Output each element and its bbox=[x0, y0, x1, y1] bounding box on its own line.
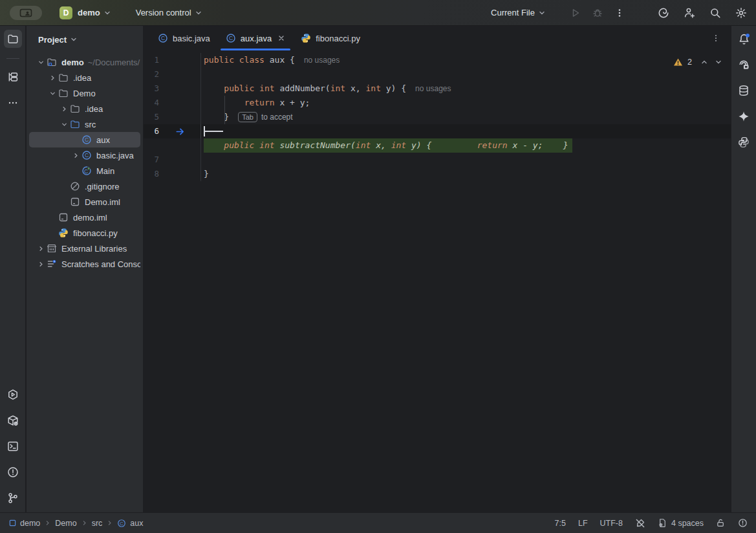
status-bar: demo Demo src C aux 7:5 LF UTF-8 4 space… bbox=[0, 512, 756, 533]
previous-problem-button[interactable] bbox=[698, 56, 710, 68]
project-widget[interactable]: demo bbox=[72, 8, 111, 17]
breadcrumb-src[interactable]: src bbox=[92, 519, 103, 528]
tree-item-demo-iml[interactable]: Demo.iml bbox=[29, 194, 140, 210]
breadcrumb-demo[interactable]: demo bbox=[9, 519, 40, 528]
module-file-icon bbox=[70, 197, 80, 207]
problems-tool-button[interactable] bbox=[4, 463, 22, 481]
line-number[interactable]: 2 bbox=[144, 67, 159, 82]
play-icon bbox=[570, 8, 581, 18]
terminal-tool-button[interactable] bbox=[4, 437, 22, 455]
more-tool-windows-button[interactable] bbox=[4, 94, 22, 112]
code-area[interactable]: 1 public class aux {no usages 2 3 public… bbox=[144, 50, 731, 181]
usages-hint[interactable]: no usages bbox=[304, 53, 340, 67]
commit-tool-button[interactable] bbox=[4, 68, 22, 86]
ai-assistant-button[interactable] bbox=[657, 6, 670, 19]
highlighting-disabled-button[interactable] bbox=[635, 518, 645, 528]
chevron-right-icon[interactable] bbox=[58, 105, 70, 113]
build-tool-button[interactable] bbox=[4, 411, 22, 430]
tree-item-idea-inner[interactable]: .idea bbox=[29, 101, 140, 116]
tree-item-gitignore[interactable]: .gitignore bbox=[29, 179, 140, 194]
code-line-1: 1 public class aux {no usages bbox=[144, 53, 731, 67]
ignored-file-icon bbox=[70, 181, 80, 191]
code-text: } bbox=[204, 110, 229, 124]
sparkle-ai-button[interactable] bbox=[735, 107, 753, 125]
tree-item-demo-folder[interactable]: Demo bbox=[29, 85, 140, 101]
code-line-4: 4 return x + y; bbox=[144, 96, 731, 110]
tree-item-main[interactable]: C Main bbox=[29, 163, 140, 179]
ai-spiral-icon bbox=[658, 7, 669, 19]
add-user-icon bbox=[684, 7, 695, 19]
search-everywhere-button[interactable] bbox=[709, 6, 722, 19]
run-config-label: Current File bbox=[491, 8, 535, 17]
file-encoding[interactable]: UTF-8 bbox=[600, 519, 623, 528]
chevron-right-icon[interactable] bbox=[70, 152, 81, 159]
tab-aux-java[interactable]: C aux.java bbox=[218, 26, 293, 50]
tab-label: basic.java bbox=[173, 34, 210, 43]
line-number[interactable]: 1 bbox=[144, 53, 159, 67]
close-icon[interactable] bbox=[277, 34, 285, 42]
project-tool-button[interactable] bbox=[4, 30, 22, 48]
ai-assistant-tool-button[interactable] bbox=[735, 56, 753, 74]
vcs-widget[interactable]: Version control bbox=[131, 8, 202, 17]
ellipsis-icon bbox=[8, 98, 18, 108]
chevron-right-icon[interactable] bbox=[35, 245, 47, 252]
chevron-right-icon[interactable] bbox=[47, 74, 58, 82]
tree-label: .gitignore bbox=[85, 182, 119, 191]
tab-basic-java[interactable]: C basic.java bbox=[150, 26, 218, 50]
breadcrumb-Demo[interactable]: Demo bbox=[55, 519, 76, 528]
tab-fibonacci-py[interactable]: fibonacci.py bbox=[293, 26, 368, 50]
tree-item-external-libraries[interactable]: External Libraries bbox=[29, 241, 140, 256]
git-tool-button[interactable] bbox=[4, 489, 22, 507]
line-number[interactable]: 7 bbox=[144, 153, 159, 167]
tree-item-aux[interactable]: C aux bbox=[29, 132, 140, 147]
run-configuration-selector[interactable]: Current File bbox=[491, 8, 546, 17]
line-separator[interactable]: LF bbox=[578, 519, 588, 528]
readonly-toggle[interactable] bbox=[716, 518, 726, 528]
line-number[interactable]: 5 bbox=[144, 110, 159, 124]
next-problem-button[interactable] bbox=[713, 56, 724, 68]
debug-button[interactable] bbox=[591, 6, 604, 19]
inspections-widget[interactable]: 2 bbox=[673, 56, 724, 68]
tree-label: fibonacci.py bbox=[73, 228, 118, 238]
project-panel-header[interactable]: Project bbox=[27, 26, 143, 53]
chevron-down-icon[interactable] bbox=[47, 90, 58, 97]
python-file-icon bbox=[301, 33, 311, 43]
tree-item-demo-root[interactable]: demo ~/Documents/ bbox=[29, 54, 140, 70]
caret-position[interactable]: 7:5 bbox=[555, 519, 566, 528]
chevron-right-icon[interactable] bbox=[35, 261, 47, 268]
line-number[interactable]: 8 bbox=[144, 167, 159, 181]
ai-suggestion-arrow-icon[interactable] bbox=[175, 127, 185, 136]
run-button[interactable] bbox=[569, 6, 582, 19]
project-avatar[interactable]: D bbox=[59, 6, 72, 19]
more-actions-button[interactable] bbox=[613, 6, 626, 19]
indent-style-button[interactable]: 4 spaces bbox=[658, 518, 704, 528]
file-gear-icon bbox=[658, 518, 667, 528]
breadcrumb-aux[interactable]: C aux bbox=[117, 519, 143, 528]
tree-item-scratches[interactable]: Scratches and Consoles bbox=[29, 256, 140, 272]
tree-item-fibonacci-py[interactable]: fibonacci.py bbox=[29, 225, 140, 241]
code-text: addNumber( bbox=[275, 82, 330, 96]
code-line-7: 7 bbox=[144, 153, 731, 167]
line-number[interactable]: 4 bbox=[144, 96, 159, 110]
chevron-down-icon[interactable] bbox=[35, 59, 47, 66]
code-text: } bbox=[204, 167, 209, 181]
line-number[interactable]: 3 bbox=[144, 82, 159, 96]
python-packages-button[interactable] bbox=[735, 133, 753, 151]
run-tool-button[interactable] bbox=[4, 386, 22, 404]
code-with-me-button[interactable] bbox=[683, 6, 696, 19]
tab-options-button[interactable] bbox=[711, 34, 720, 43]
java-class-icon: C bbox=[117, 519, 126, 528]
usages-hint[interactable]: no usages bbox=[415, 82, 451, 96]
tree-item-demo-iml-root[interactable]: demo.iml bbox=[29, 210, 140, 225]
settings-button[interactable] bbox=[735, 6, 748, 19]
tree-item-idea[interactable]: .idea bbox=[29, 70, 140, 85]
chevron-down-icon[interactable] bbox=[58, 121, 70, 128]
tree-item-src[interactable]: src bbox=[29, 116, 140, 132]
notifications-button[interactable] bbox=[735, 30, 753, 48]
inspections-status-button[interactable] bbox=[738, 518, 748, 528]
line-number[interactable]: 6 bbox=[144, 124, 159, 138]
ai-chat-icon bbox=[738, 59, 750, 71]
screen-widget-pill[interactable] bbox=[10, 6, 42, 20]
tree-item-basic-java[interactable]: C basic.java bbox=[29, 147, 140, 163]
database-tool-button[interactable] bbox=[735, 82, 753, 100]
